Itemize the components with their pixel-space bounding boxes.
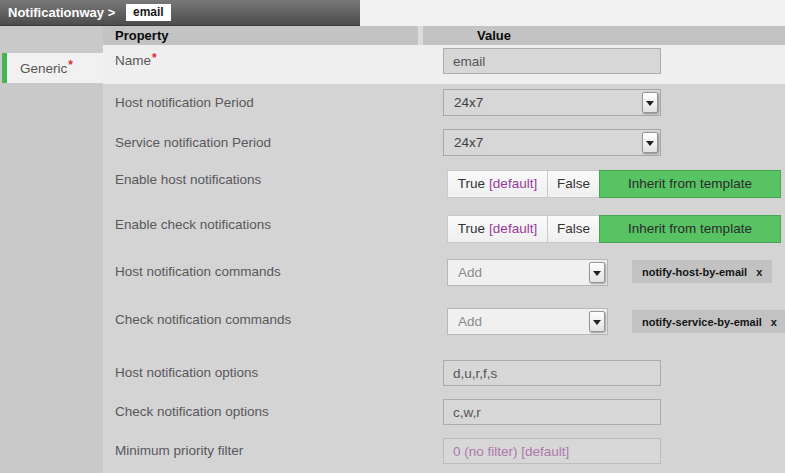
service-notification-period-select[interactable]: 24x7 — [443, 129, 661, 156]
chevron-down-icon[interactable] — [589, 311, 605, 332]
check-notification-commands-add-select[interactable]: Add — [447, 308, 608, 335]
breadcrumb-object-name: email — [126, 4, 171, 21]
default-badge: [default] — [489, 176, 537, 191]
breadcrumb-bar: Notificationway > email — [0, 0, 360, 26]
check-notification-options-input[interactable] — [443, 399, 661, 425]
check-notification-command-tag: notify-service-by-email x — [632, 310, 785, 333]
name-input[interactable] — [443, 48, 661, 74]
host-notification-options-input[interactable] — [443, 360, 661, 386]
inherit-from-template-button-selected[interactable]: Inherit from template — [599, 215, 781, 243]
true-default-button[interactable]: True[default] — [447, 170, 548, 198]
remove-tag-icon[interactable]: x — [756, 266, 762, 278]
host-notification-commands-label: Host notification commands — [115, 262, 281, 282]
required-marker: * — [152, 51, 157, 65]
true-default-button[interactable]: True[default] — [447, 215, 548, 243]
host-notification-command-tag: notify-host-by-email x — [632, 260, 772, 283]
value-column-header: Value — [477, 26, 511, 45]
check-notification-commands-label: Check notification commands — [115, 310, 291, 330]
minimum-priority-filter-input[interactable] — [443, 438, 661, 464]
chevron-down-icon[interactable] — [589, 262, 605, 283]
host-notification-period-select[interactable]: 24x7 — [443, 89, 661, 116]
service-notification-period-value: 24x7 — [444, 130, 660, 155]
host-notification-options-label: Host notification options — [115, 363, 258, 383]
default-badge: [default] — [489, 221, 537, 236]
sidebar: Generic* — [0, 26, 103, 473]
header-column-divider — [418, 26, 423, 45]
add-select-value: Add — [448, 260, 607, 285]
property-column-header: Property — [115, 26, 168, 45]
enable-check-notifications-toggle: True[default] False Inherit from templat… — [447, 215, 781, 243]
notificationway-edit-page: Notificationway > email Generic* Propert… — [0, 0, 785, 473]
table-header — [103, 26, 785, 45]
add-select-value: Add — [448, 309, 607, 334]
false-button[interactable]: False — [547, 215, 600, 243]
tab-generic[interactable]: Generic* — [2, 53, 103, 83]
required-marker: * — [68, 58, 73, 72]
enable-host-notifications-toggle: True[default] False Inherit from templat… — [447, 170, 781, 198]
enable-check-notifications-label: Enable check notifications — [115, 215, 271, 235]
chevron-down-icon[interactable] — [642, 132, 658, 153]
breadcrumb: Notificationway > — [8, 0, 115, 26]
tag-label: notify-service-by-email — [642, 316, 762, 328]
host-notification-commands-add-select[interactable]: Add — [447, 259, 608, 286]
name-label: Name* — [115, 51, 157, 71]
enable-host-notifications-label: Enable host notifications — [115, 170, 261, 190]
host-notification-period-value: 24x7 — [444, 90, 660, 115]
chevron-down-icon[interactable] — [642, 92, 658, 113]
inherit-from-template-button-selected[interactable]: Inherit from template — [599, 170, 781, 198]
service-notification-period-label: Service notification Period — [115, 133, 271, 153]
minimum-priority-filter-label: Minimum priority filter — [115, 441, 243, 461]
check-notification-options-label: Check notification options — [115, 402, 269, 422]
remove-tag-icon[interactable]: x — [771, 316, 777, 328]
false-button[interactable]: False — [547, 170, 600, 198]
host-notification-period-label: Host notification Period — [115, 93, 254, 113]
tag-label: notify-host-by-email — [642, 266, 747, 278]
tab-generic-label: Generic — [20, 61, 67, 76]
